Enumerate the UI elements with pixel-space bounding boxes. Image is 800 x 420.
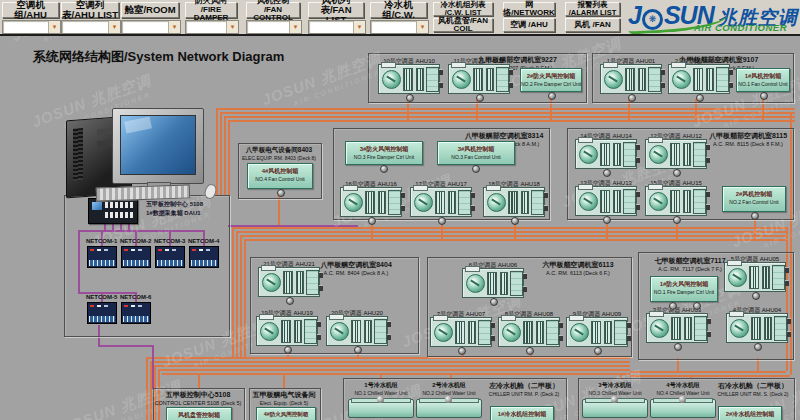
combo-room[interactable]: ▾	[121, 20, 181, 34]
netcom-module-2[interactable]	[121, 246, 151, 268]
btn-room[interactable]: 舱室/ROOM	[121, 2, 179, 18]
btn-network[interactable]: 网络/NETWORK	[503, 2, 555, 16]
ctrl-fire-damper-4[interactable]: 4#防火风闸控制箱	[256, 407, 316, 420]
chevron-down-icon[interactable]: ▾	[226, 21, 238, 33]
connector-knob	[594, 347, 602, 355]
logo-tagline: AIR CONDITIONER	[694, 22, 787, 33]
netcom-module-3[interactable]	[155, 246, 185, 268]
ahu-device-13[interactable]: 13号空调器 AHU13	[575, 179, 637, 216]
btn-fan-control[interactable]: 风机控制 /FAN CONTROL	[246, 2, 300, 18]
combo-fan-control[interactable]: ▾	[246, 20, 302, 34]
wire	[240, 235, 786, 237]
fan-icon	[579, 145, 598, 164]
fan-icon	[434, 323, 453, 342]
ctrl-fan-2[interactable]: 2#风机控制箱NO.2 Fan Control Unit	[722, 186, 786, 212]
chiller-unit-3[interactable]: 3号冷水机组NO.3 Chilled Water Unit	[582, 381, 648, 418]
chiller-unit-2[interactable]: 2号冷水机组NO.2 Chilled Water Unit	[416, 381, 482, 418]
ahu-device-18[interactable]: 18号空调器 AHU18	[483, 180, 545, 217]
ctrl-chiller-2[interactable]: 2#冷水机组控制箱	[718, 406, 782, 420]
ctrl-chiller-1[interactable]: 1#冷水机组控制箱	[490, 406, 554, 420]
monitor-screen	[120, 115, 196, 175]
netcom-module-6[interactable]	[121, 302, 151, 324]
toolbar: 空调机组/AHU 空调列表/AHU LIST 舱室/ROOM 防火风闸 /FIR…	[0, 0, 800, 36]
room-header: 五甲板控制中心5108CONTROL CENTER 5108 (Deck 5)	[154, 390, 242, 406]
connector-knob	[286, 297, 294, 305]
ctrl-fire-damper-3[interactable]: 3#防火风闸控制箱NO.3 Fire Damper Ctrl Unit	[345, 141, 423, 165]
ctrl-fan-3[interactable]: 3#风机控制箱NO.3 Fan Control Unit	[437, 141, 515, 165]
ahu-device-03[interactable]: 3号空调器 AHU03	[646, 306, 708, 343]
netcom-label: NETCOM-2	[120, 238, 151, 244]
ahu-device-05[interactable]: 5号空调器 AHU05	[724, 255, 786, 292]
chevron-down-icon[interactable]: ▾	[168, 21, 180, 33]
connector-knob	[673, 216, 681, 224]
chevron-down-icon[interactable]: ▾	[353, 21, 365, 33]
combo-fire-damper[interactable]: ▾	[185, 20, 239, 34]
combo-ahu-list[interactable]: ▾	[61, 20, 121, 34]
wire	[146, 357, 630, 359]
wire	[240, 235, 242, 357]
netcom-label: NETCOM-6	[120, 294, 151, 300]
chevron-down-icon[interactable]: ▾	[416, 21, 428, 33]
btn-fan-coil[interactable]: 风机盘管/FAN COIL	[433, 18, 493, 32]
valve-knob	[377, 396, 384, 403]
valve-knob	[445, 396, 452, 403]
ahu-device-04[interactable]: 4号空调器 AHU04	[726, 306, 788, 343]
btn-fan-list[interactable]: 风机列表/FAN LIST	[308, 2, 364, 18]
combo-ahu-group[interactable]: ▾	[2, 20, 61, 34]
ctrl-fire-damper-1[interactable]: 1#防火风闸控制箱NO.1 Fire Damper Ctrl Unit	[650, 276, 718, 302]
connector-knob	[751, 212, 759, 220]
btn-alarm-list[interactable]: 报警列表 /ALARM LIST	[565, 2, 620, 16]
ctrl-fan-4[interactable]: 4#风机控制箱NO.4 Fan Control Unit	[247, 163, 313, 189]
ahu-device-06[interactable]: 6号空调器 AHU06	[462, 261, 524, 298]
wire	[158, 369, 630, 371]
ahu-device-11[interactable]: 11号空调器 AHU11	[448, 57, 510, 94]
ahu-device-20[interactable]: 20号空调器 AHU20	[326, 309, 388, 346]
btn-ahu-group[interactable]: 空调机组/AHU	[2, 2, 59, 18]
ctrl-fan-1[interactable]: 1#风机控制箱NO.1 Fan Control Unit	[736, 68, 790, 92]
ahu-device-12[interactable]: 12号空调器 AHU12	[645, 132, 707, 169]
fan-icon	[579, 192, 598, 211]
combo-cw[interactable]: ▾	[370, 20, 429, 34]
ahu-device-08[interactable]: 8号空调器 AHU08	[498, 310, 560, 347]
netcom-module-1[interactable]	[87, 246, 117, 268]
ethernet-switch[interactable]	[88, 198, 138, 224]
btn-ahu-list[interactable]: 空调列表/AHU LIST	[61, 2, 119, 18]
ahu-device-14[interactable]: 14号空调器 AHU14	[575, 132, 637, 169]
ahu-device-17[interactable]: 17号空调器 AHU17	[410, 180, 472, 217]
ahu-device-01[interactable]: 1号空调器 AHU01	[600, 57, 662, 94]
chevron-down-icon[interactable]: ▾	[48, 21, 60, 33]
btn-fire-damper[interactable]: 防火风闸 /FIRE DAMPER	[185, 2, 237, 18]
ahu-device-09[interactable]: 9号空调器 AHU09	[566, 310, 628, 347]
chiller-unit-1[interactable]: 1号冷水机组NO.1 Chilled Water Unit	[348, 381, 414, 418]
connector-knob	[526, 347, 534, 355]
ahu-device-10[interactable]: 10号空调器 AHU10	[378, 57, 440, 94]
btn-fan-page[interactable]: 风机 /FAN	[565, 18, 620, 32]
connector-knob	[603, 216, 611, 224]
wire	[244, 239, 786, 241]
chiller-unit-4[interactable]: 4号冷水机组NO.4 Chilled Water Unit	[650, 381, 716, 418]
pc-monitor[interactable]	[112, 108, 204, 184]
ahu-device-16[interactable]: 16号空调器 AHU16	[340, 180, 402, 217]
fan-icon	[344, 193, 363, 212]
netcom-module-5[interactable]	[87, 302, 117, 324]
ctrl-fan-coil[interactable]: 风机盘管控制箱	[166, 407, 232, 420]
fan-icon	[672, 70, 691, 89]
page-title: 系统网络结构图/System Network Diagram	[33, 48, 284, 66]
wire	[232, 227, 234, 357]
ahu-device-02[interactable]: 2号空调器 AHU02	[668, 57, 730, 94]
ahu-device-19[interactable]: 19号空调器 AHU19	[256, 309, 318, 346]
ctrl-fire-damper-2[interactable]: 2#防火风闸控制箱NO.2 Fire Damper Ctrl Unit	[520, 68, 582, 92]
ahu-device-15[interactable]: 15号空调器 AHU15	[645, 179, 707, 216]
connector-knob	[628, 94, 636, 102]
btn-cw-list[interactable]: 冷水机组列表 /C.W. LIST	[433, 2, 493, 16]
connector-knob	[603, 169, 611, 177]
fan-icon	[487, 193, 506, 212]
btn-cw[interactable]: 冷水机组/C.W.	[370, 2, 427, 18]
btn-ahu-page[interactable]: 空调 /AHU	[503, 18, 555, 32]
chevron-down-icon[interactable]: ▾	[289, 21, 301, 33]
combo-fan-list[interactable]: ▾	[308, 20, 366, 34]
chevron-down-icon[interactable]: ▾	[108, 21, 120, 33]
ahu-device-07[interactable]: 7号空调器 AHU07	[430, 310, 492, 347]
netcom-module-4[interactable]	[189, 246, 219, 268]
ahu-device-21[interactable]: 21号空调器 AHU21	[258, 260, 320, 297]
